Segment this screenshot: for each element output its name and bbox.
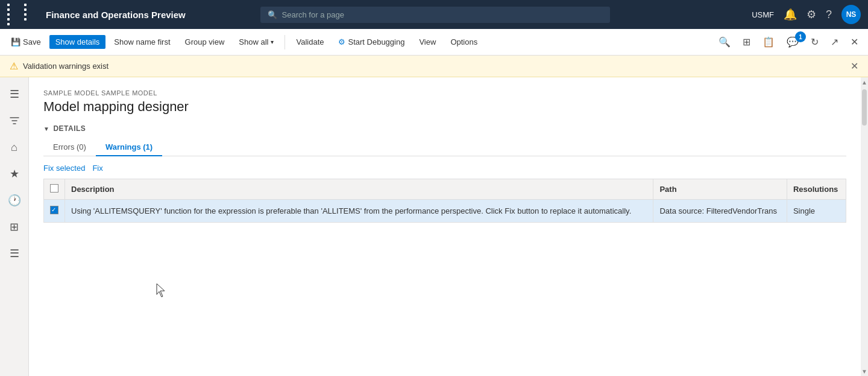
refresh-icon-button[interactable]: ↻ [806,34,823,50]
scrollbar[interactable]: ▲ ▼ [861,77,868,376]
close-icon-button[interactable]: ✕ [846,34,863,50]
help-icon[interactable]: ? [826,8,832,21]
start-debugging-label: Start Debugging [348,37,404,46]
scroll-up-button[interactable]: ▲ [861,77,868,87]
fix-selected-button[interactable]: Fix selected [43,164,85,173]
row-checkbox-cell[interactable] [44,200,65,223]
sidebar-item-list[interactable]: ☰ [5,244,24,263]
row-checkbox[interactable] [50,206,58,214]
cursor-indicator [156,282,168,300]
options-label: Options [450,37,477,46]
sidebar-item-recent[interactable]: 🕐 [5,191,24,210]
app-title: Finance and Operations Preview [46,10,186,20]
show-name-first-label: Show name first [114,37,170,46]
main-layout: ☰ ⌂ ★ 🕐 ⊞ ☰ SAMPLE MODEL SAMPLE MODEL Mo… [0,77,868,376]
content-area: SAMPLE MODEL SAMPLE MODEL Model mapping … [29,77,861,376]
search-icon: 🔍 [268,10,277,19]
toolbar-right-icons: 🔍 ⊞ 📋 💬 1 ↻ ↗ ✕ [714,34,863,50]
scroll-thumb[interactable] [862,89,867,126]
group-view-label: Group view [185,37,225,46]
breadcrumb: SAMPLE MODEL SAMPLE MODEL [43,89,846,97]
warning-icon: ⚠ [10,60,18,72]
table-row[interactable]: Using 'ALLITEMSQUERY' function for the e… [44,200,846,223]
message-badge: 1 [795,31,806,42]
details-tabs: Errors (0) Warnings (1) [43,139,846,156]
debug-icon: ⚙ [338,37,345,46]
search-page-icon-button[interactable]: 🔍 [714,34,735,50]
group-view-button[interactable]: Group view [179,35,231,49]
details-section: ▼ DETAILS Errors (0) Warnings (1) Fix se… [43,124,846,223]
chevron-down-icon: ▾ [271,39,274,45]
validate-label: Validate [296,37,324,46]
details-header[interactable]: ▼ DETAILS [43,124,846,133]
sidebar-item-filter[interactable] [5,111,24,130]
search-bar[interactable]: 🔍 [260,7,610,23]
column-header-path: Path [653,179,787,200]
validation-bar: ⚠ Validation warnings exist ✕ [0,56,868,77]
validate-button[interactable]: Validate [290,35,330,49]
top-navigation: Finance and Operations Preview 🔍 USMF 🔔 … [0,0,868,29]
toolbar-divider [285,35,285,49]
left-sidebar: ☰ ⌂ ★ 🕐 ⊞ ☰ [0,77,29,376]
action-buttons: Fix selected Fix [43,164,846,173]
show-all-button[interactable]: Show all ▾ [233,35,280,49]
fix-button[interactable]: Fix [92,164,102,173]
sidebar-item-home[interactable]: ⌂ [5,138,24,157]
scroll-down-button[interactable]: ▼ [861,366,868,376]
save-icon: 💾 [11,37,20,46]
view-button[interactable]: View [413,35,442,49]
show-details-button[interactable]: Show details [49,35,106,49]
page-title: Model mapping designer [43,99,846,115]
column-header-check [44,179,65,200]
show-name-first-button[interactable]: Show name first [108,35,176,49]
warnings-table: Description Path Resolutions Using 'ALLI… [43,179,846,223]
validation-message: Validation warnings exist [23,62,108,71]
company-label: USMF [752,10,774,19]
view-label: View [419,37,436,46]
column-header-resolutions: Resolutions [787,179,846,200]
search-input[interactable] [282,10,603,19]
select-all-checkbox[interactable] [50,184,58,193]
notification-icon[interactable]: 🔔 [784,8,797,21]
personalize-icon-button[interactable]: ⊞ [738,34,755,50]
avatar[interactable]: NS [841,5,861,24]
notes-icon-button[interactable]: 📋 [758,34,779,50]
sidebar-item-workspaces[interactable]: ⊞ [5,217,24,237]
row-path: Data source: FilteredVendorTrans [653,200,787,223]
sidebar-item-menu[interactable]: ☰ [5,84,24,104]
show-details-label: Show details [55,37,100,46]
options-button[interactable]: Options [444,35,483,49]
collapse-icon: ▼ [43,126,49,132]
show-all-label: Show all [239,37,268,46]
nav-right: USMF 🔔 ⚙ ? NS [752,5,861,24]
validation-close-button[interactable]: ✕ [851,60,858,72]
sidebar-item-favorites[interactable]: ★ [5,164,24,183]
save-label: Save [23,37,41,46]
table-header-row: Description Path Resolutions [44,179,846,200]
column-header-description: Description [65,179,653,200]
toolbar: 💾 Save Show details Show name first Grou… [0,29,868,56]
app-grid-icon[interactable] [7,4,39,25]
settings-icon[interactable]: ⚙ [807,8,816,21]
tab-errors[interactable]: Errors (0) [43,139,96,156]
save-button[interactable]: 💾 Save [5,35,47,49]
details-header-label: DETAILS [53,124,86,133]
row-description: Using 'ALLITEMSQUERY' function for the e… [65,200,653,223]
start-debugging-button[interactable]: ⚙ Start Debugging [332,35,410,49]
open-external-icon-button[interactable]: ↗ [826,34,843,50]
tab-warnings[interactable]: Warnings (1) [96,139,162,156]
row-resolutions: Single [787,200,846,223]
